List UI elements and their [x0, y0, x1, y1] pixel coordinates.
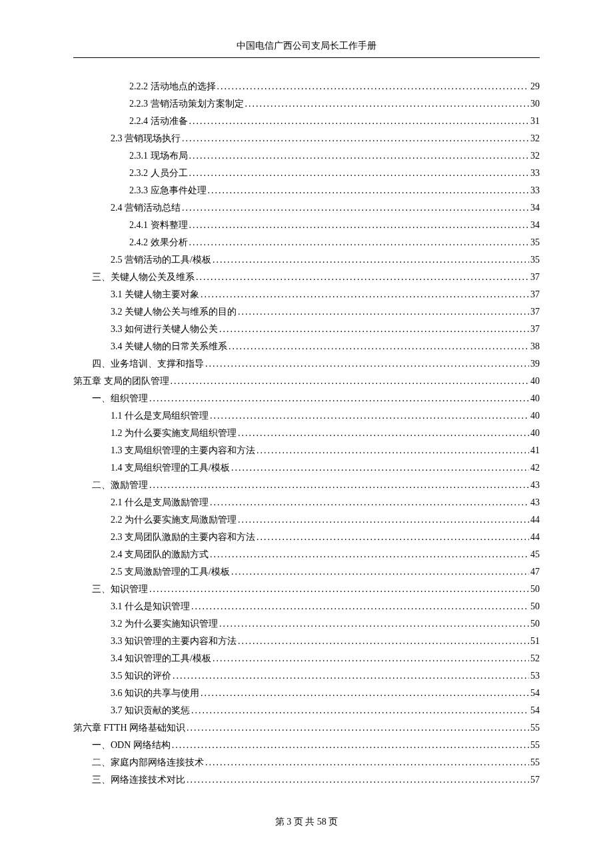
toc-entry[interactable]: 二、激励管理43 [73, 477, 540, 494]
toc-entry[interactable]: 3.3 如何进行关键人物公关37 [73, 321, 540, 338]
toc-entry[interactable]: 3.4 关键人物的日常关系维系38 [73, 338, 540, 355]
toc-entry-page: 40 [530, 373, 540, 390]
toc-entry[interactable]: 3.2 关键人物公关与维系的目的37 [73, 303, 540, 321]
toc-entry-title: 三、知识管理 [92, 581, 148, 598]
toc-entry-title: 3.3 如何进行关键人物公关 [111, 321, 218, 338]
toc-entry-title: 一、组织管理 [92, 390, 148, 407]
toc-entry[interactable]: 2.3.2 人员分工33 [73, 165, 540, 182]
toc-dots [191, 598, 529, 615]
toc-entry[interactable]: 3.2 为什么要实施知识管理50 [73, 615, 540, 633]
toc-dots [238, 633, 529, 650]
toc-entry-page: 30 [530, 95, 540, 113]
toc-entry-title: 二、激励管理 [92, 477, 148, 494]
toc-dots [231, 459, 529, 477]
toc-entry[interactable]: 2.2.3 营销活动策划方案制定30 [73, 95, 540, 113]
toc-entry[interactable]: 第六章 FTTH 网络基础知识 55 [73, 719, 540, 737]
toc-entry[interactable]: 1.1 什么是支局组织管理40 [73, 407, 540, 425]
toc-entry[interactable]: 2.3.1 现场布局32 [73, 147, 540, 165]
toc-entry-title: 三、关键人物公关及维系 [92, 269, 195, 286]
toc-entry-page: 29 [530, 78, 540, 95]
toc-entry[interactable]: 2.1 什么是支局激励管理43 [73, 494, 540, 511]
toc-entry-page: 40 [530, 425, 540, 442]
toc-dots [238, 511, 529, 529]
toc-dots [238, 425, 529, 442]
toc-dots [213, 251, 529, 269]
toc-entry[interactable]: 3.7 知识贡献的奖惩54 [73, 702, 540, 719]
toc-entry-page: 35 [530, 234, 540, 251]
toc-entry-page: 53 [530, 667, 540, 685]
toc-entry-title: 2.4.1 资料整理 [129, 217, 188, 234]
toc-entry-title: 2.3 营销现场执行 [111, 130, 181, 147]
toc-entry-page: 40 [530, 407, 540, 425]
toc-entry-title: 2.4 支局团队的激励方式 [111, 546, 209, 563]
toc-dots [171, 373, 530, 390]
toc-entry-title: 2.1 什么是支局激励管理 [111, 494, 209, 511]
toc-entry-title: 第六章 FTTH 网络基础知识 [73, 719, 185, 737]
toc-entry-title: 二、家庭内部网络连接技术 [92, 754, 204, 771]
toc-dots [173, 667, 529, 685]
toc-entry-page: 37 [530, 321, 540, 338]
toc-entry[interactable]: 3.1 什么是知识管理50 [73, 598, 540, 615]
toc-dots [187, 719, 529, 737]
toc-entry[interactable]: 3.3 知识管理的主要内容和方法51 [73, 633, 540, 650]
toc-entry[interactable]: 一、ODN 网络结构55 [73, 737, 540, 754]
toc-entry[interactable]: 3.1 关键人物主要对象37 [73, 286, 540, 303]
toc-entry-page: 37 [530, 286, 540, 303]
toc-entry[interactable]: 一、组织管理40 [73, 390, 540, 407]
toc-dots [219, 615, 529, 633]
toc-entry[interactable]: 2.5 营销活动的工具/模板35 [73, 251, 540, 269]
document-page: 中国电信广西公司支局长工作手册 2.2.2 活动地点的选择292.2.3 营销活… [0, 0, 613, 789]
toc-entry[interactable]: 2.4 营销活动总结34 [73, 199, 540, 217]
toc-entry-page: 45 [530, 546, 540, 563]
toc-entry[interactable]: 2.2 为什么要实施支局激励管理44 [73, 511, 540, 529]
toc-entry[interactable]: 3.4 知识管理的工具/模板52 [73, 650, 540, 667]
toc-dots [187, 771, 529, 789]
toc-entry-title: 1.3 支局组织管理的主要内容和方法 [111, 442, 255, 459]
toc-entry[interactable]: 3.5 知识的评价53 [73, 667, 540, 685]
toc-entry-title: 2.3.3 应急事件处理 [129, 182, 207, 199]
toc-entry[interactable]: 1.4 支局组织管理的工具/模板42 [73, 459, 540, 477]
toc-entry-title: 3.2 为什么要实施知识管理 [111, 615, 218, 633]
toc-entry[interactable]: 2.2.2 活动地点的选择29 [73, 78, 540, 95]
toc-entry[interactable]: 三、关键人物公关及维系37 [73, 269, 540, 286]
toc-entry-page: 37 [530, 303, 540, 321]
toc-entry[interactable]: 第五章 支局的团队管理 40 [73, 373, 540, 390]
toc-entry[interactable]: 二、家庭内部网络连接技术55 [73, 754, 540, 771]
toc-entry-page: 55 [530, 737, 540, 754]
toc-entry-title: 2.3.2 人员分工 [129, 165, 188, 182]
toc-entry-title: 2.2 为什么要实施支局激励管理 [111, 511, 237, 529]
toc-entry[interactable]: 四、业务培训、支撑和指导39 [73, 355, 540, 373]
toc-entry[interactable]: 2.5 支局激励管理的工具/模板47 [73, 563, 540, 581]
toc-entry-title: 2.3 支局团队激励的主要内容和方法 [111, 529, 255, 546]
toc-entry[interactable]: 2.3.3 应急事件处理33 [73, 182, 540, 199]
toc-entry[interactable]: 3.6 知识的共享与使用54 [73, 685, 540, 702]
toc-entry-title: 一、ODN 网络结构 [92, 737, 171, 754]
toc-dots [205, 355, 529, 373]
toc-dots [245, 95, 530, 113]
toc-entry-page: 52 [530, 650, 540, 667]
toc-entry-page: 51 [530, 633, 540, 650]
toc-entry[interactable]: 2.4.2 效果分析35 [73, 234, 540, 251]
toc-dots [189, 234, 530, 251]
toc-entry-page: 40 [530, 390, 540, 407]
toc-entry[interactable]: 2.3 营销现场执行32 [73, 130, 540, 147]
toc-entry[interactable]: 1.2 为什么要实施支局组织管理40 [73, 425, 540, 442]
toc-dots [213, 650, 529, 667]
toc-entry[interactable]: 2.2.4 活动准备31 [73, 113, 540, 130]
toc-dots [231, 563, 529, 581]
toc-entry[interactable]: 1.3 支局组织管理的主要内容和方法41 [73, 442, 540, 459]
toc-entry[interactable]: 三、知识管理50 [73, 581, 540, 598]
toc-entry-title: 3.1 什么是知识管理 [111, 598, 190, 615]
toc-entry-page: 32 [530, 147, 540, 165]
toc-dots [229, 338, 529, 355]
toc-entry-page: 50 [530, 598, 540, 615]
toc-entry[interactable]: 2.4 支局团队的激励方式45 [73, 546, 540, 563]
toc-dots [210, 546, 529, 563]
toc-entry[interactable]: 2.3 支局团队激励的主要内容和方法44 [73, 529, 540, 546]
toc-entry-page: 43 [530, 477, 540, 494]
toc-entry-title: 3.4 知识管理的工具/模板 [111, 650, 211, 667]
toc-entry[interactable]: 三、网络连接技术对比57 [73, 771, 540, 789]
toc-entry-page: 31 [530, 113, 540, 130]
toc-entry[interactable]: 2.4.1 资料整理34 [73, 217, 540, 234]
toc-entry-title: 2.2.4 活动准备 [129, 113, 188, 130]
